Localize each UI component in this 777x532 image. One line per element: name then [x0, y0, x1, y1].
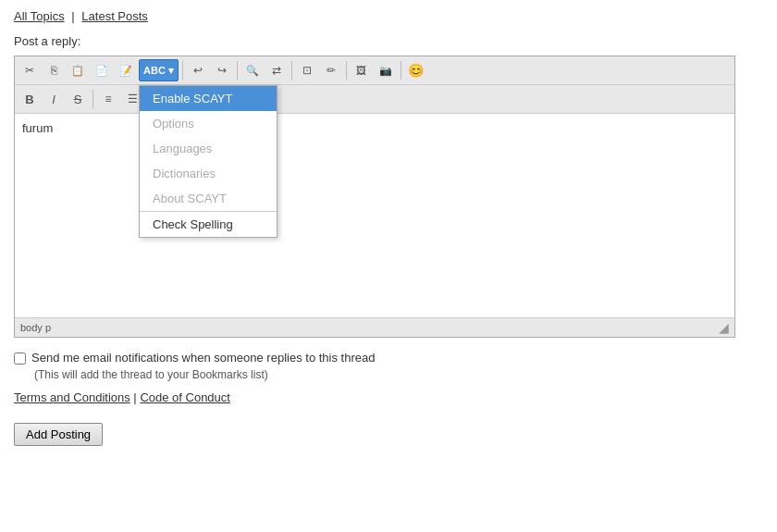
- paste-button[interactable]: 📋: [67, 59, 89, 81]
- scayt-languages-item: Languages: [140, 136, 277, 161]
- bold-button[interactable]: B: [18, 88, 41, 110]
- toolbar-sep6: [92, 90, 93, 108]
- scayt-options-item: Options: [140, 111, 277, 136]
- editor-statusbar: body p ◢: [15, 317, 734, 337]
- select-all-button[interactable]: ⊡: [296, 59, 318, 81]
- add-posting-section: Add Posting: [14, 414, 763, 446]
- toolbar-sep1: [182, 61, 183, 80]
- find-button[interactable]: 🔍: [241, 59, 264, 81]
- scayt-check-spelling-item[interactable]: Check Spelling: [140, 211, 277, 237]
- editor-content: furum: [22, 121, 53, 135]
- footer-links: Terms and Conditions | Code of Conduct: [14, 390, 763, 404]
- scayt-about-item: About SCAYT: [140, 186, 277, 211]
- replace-button[interactable]: ⇄: [265, 59, 288, 81]
- toolbar-sep2: [237, 61, 238, 80]
- latest-posts-link[interactable]: Latest Posts: [81, 9, 148, 23]
- redo-button[interactable]: ↪: [211, 59, 233, 81]
- spellcheck-dropdown-wrapper: ABC ▾ Enable SCAYT Options Languages Dic…: [139, 59, 179, 81]
- top-nav: All Topics | Latest Posts: [14, 9, 763, 23]
- scayt-dictionaries-item: Dictionaries: [140, 161, 277, 186]
- notify-section: Send me email notifications when someone…: [14, 351, 763, 381]
- notify-checkbox[interactable]: [14, 353, 26, 365]
- nav-separator: |: [71, 9, 74, 23]
- statusbar-text: body p: [20, 322, 51, 333]
- image-button[interactable]: 🖼: [351, 59, 373, 81]
- paste-text-button[interactable]: 📄: [91, 59, 113, 81]
- smiley-button[interactable]: 😊: [405, 59, 427, 81]
- footer-separator: |: [133, 390, 136, 404]
- add-posting-button[interactable]: Add Posting: [14, 423, 103, 446]
- strikethrough-button[interactable]: S: [67, 88, 89, 110]
- scayt-dropdown-menu: Enable SCAYT Options Languages Dictionar…: [139, 85, 278, 238]
- all-topics-link[interactable]: All Topics: [14, 9, 65, 23]
- cut-button[interactable]: ✂: [18, 59, 41, 81]
- remove-format-button[interactable]: ✏: [320, 59, 342, 81]
- notify-row: Send me email notifications when someone…: [14, 351, 763, 365]
- resize-handle-icon[interactable]: ◢: [719, 320, 729, 335]
- italic-button[interactable]: I: [43, 88, 65, 110]
- scayt-enable-item[interactable]: Enable SCAYT: [140, 86, 277, 111]
- toolbar-row2: B I S ≡ ☰: [15, 85, 734, 114]
- editor-container: ✂ ⎘ 📋 📄 📝 ABC ▾ Enable SCAYT Options Lan…: [14, 56, 735, 338]
- toolbar-sep3: [291, 61, 292, 80]
- copy-button[interactable]: ⎘: [43, 59, 65, 81]
- paste-word-button[interactable]: 📝: [115, 59, 137, 81]
- code-of-conduct-link[interactable]: Code of Conduct: [140, 390, 230, 404]
- terms-conditions-link[interactable]: Terms and Conditions: [14, 390, 130, 404]
- camera-button[interactable]: 📷: [375, 59, 397, 81]
- editor-body[interactable]: furum: [15, 114, 734, 317]
- toolbar-row1: ✂ ⎘ 📋 📄 📝 ABC ▾ Enable SCAYT Options Lan…: [15, 56, 734, 85]
- post-reply-label: Post a reply:: [14, 34, 763, 48]
- spellcheck-button[interactable]: ABC ▾: [139, 59, 179, 81]
- toolbar-sep5: [401, 61, 401, 80]
- ordered-list-button[interactable]: ≡: [97, 88, 119, 110]
- undo-button[interactable]: ↩: [187, 59, 209, 81]
- notify-label[interactable]: Send me email notifications when someone…: [31, 351, 375, 365]
- toolbar-sep4: [346, 61, 347, 80]
- notify-subtext: (This will add the thread to your Bookma…: [34, 368, 763, 381]
